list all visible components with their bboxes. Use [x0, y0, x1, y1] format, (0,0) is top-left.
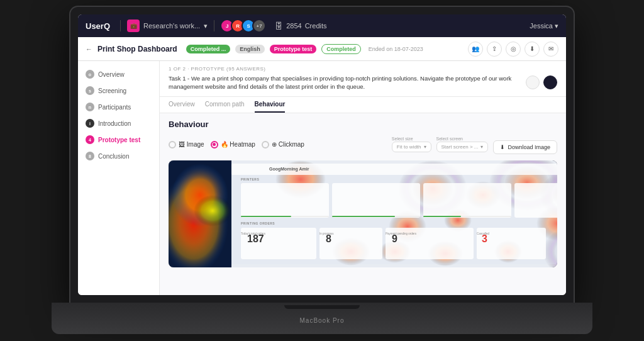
- sidebar-item-screening[interactable]: s Screening: [78, 82, 159, 99]
- credits-icon: 🗄: [275, 21, 283, 31]
- download-icon: ⬇: [500, 144, 505, 150]
- svg-text:In progress: In progress: [319, 232, 334, 235]
- radio-heatmap[interactable]: 🔥 Heatmap: [211, 141, 255, 148]
- screen-bezel: UserQ 💼 Research's work... ▾ J R S +7 🗄 …: [70, 7, 574, 303]
- radio-label-image: 🖼 Image: [179, 141, 204, 148]
- sidebar-label-conclusion: Conclusion: [98, 153, 129, 160]
- svg-rect-32: [423, 183, 511, 218]
- sidebar-dot-screening: s: [86, 86, 94, 95]
- nav-divider-2: [214, 20, 214, 31]
- sidebar-item-prototype[interactable]: 4 Prototype test: [78, 131, 159, 148]
- back-button[interactable]: ←: [86, 45, 92, 53]
- behaviour-section: Behaviour 🖼 Image: [160, 113, 566, 295]
- user-menu[interactable]: Jessica ▾: [530, 22, 558, 30]
- sidebar-item-introduction[interactable]: i Introduction: [78, 115, 159, 131]
- radio-label-heatmap: 🔥 Heatmap: [221, 141, 255, 148]
- workspace-selector[interactable]: 💼 Research's work... ▾: [127, 20, 208, 32]
- user-chevron: ▾: [555, 22, 558, 30]
- sidebar-item-participants[interactable]: n Participants: [78, 99, 159, 115]
- task-circle-buttons: [526, 75, 557, 89]
- screen-select-value: Start screen > ...: [441, 144, 479, 150]
- svg-text:Payment pending orders: Payment pending orders: [386, 232, 417, 235]
- laptop-frame: UserQ 💼 Research's work... ▾ J R S +7 🗄 …: [52, 7, 592, 334]
- controls-row: 🖼 Image 🔥 Heatmap: [169, 135, 557, 154]
- action-buttons: 👥 ⇪ ◎ ⬇ ✉: [468, 42, 558, 57]
- download-label: Download Image: [508, 144, 550, 150]
- radio-circle-image: [169, 141, 176, 148]
- size-select[interactable]: Fit to width ▾: [392, 142, 431, 152]
- share-users-button[interactable]: 👥: [468, 42, 483, 57]
- radio-image[interactable]: 🖼 Image: [169, 141, 204, 148]
- radio-inner-heatmap: [213, 143, 216, 146]
- share-button[interactable]: ⇪: [487, 42, 502, 57]
- ended-text: Ended on 18-07-2023: [369, 46, 423, 52]
- svg-text:GoogMorning Amir: GoogMorning Amir: [269, 167, 309, 172]
- controls-right: Select size Fit to width ▾ Select screen: [392, 135, 557, 154]
- avatar-extra[interactable]: +7: [252, 19, 266, 33]
- prev-task-button[interactable]: [526, 75, 540, 89]
- sidebar-dot-prototype: 4: [86, 135, 94, 144]
- nav-divider: [120, 20, 121, 31]
- sidebar-label-prototype: Prototype test: [98, 137, 140, 143]
- svg-point-4: [194, 195, 231, 226]
- page-title: Print Shop Dashboard: [97, 45, 177, 53]
- behaviour-title: Behaviour: [169, 120, 557, 129]
- heatmap-container: GoogMorning Amir PRINTERS PRINTING ORDER…: [169, 160, 557, 267]
- screen-select-label: Select screen: [436, 137, 489, 141]
- screen-select[interactable]: Start screen > ... ▾: [436, 142, 489, 152]
- sub-nav: ← Print Shop Dashboard Completed ... Eng…: [78, 37, 566, 61]
- sidebar-item-overview[interactable]: o Overview: [78, 66, 159, 82]
- workspace-name: Research's work...: [143, 22, 200, 30]
- message-button[interactable]: ✉: [543, 42, 558, 57]
- tab-common-path[interactable]: Common path: [205, 97, 245, 113]
- workspace-icon: 💼: [127, 20, 140, 32]
- radio-clickmap[interactable]: ⊕ Clickmap: [262, 141, 304, 148]
- badge-prototype: Prototype test: [270, 45, 317, 53]
- laptop-brand-label: MacBook Pro: [299, 317, 344, 324]
- size-select-group: Select size Fit to width ▾: [392, 137, 431, 152]
- badge-status: Completed: [321, 44, 361, 54]
- sidebar-dot-participants: n: [86, 103, 94, 111]
- laptop-bottom: MacBook Pro: [52, 303, 592, 334]
- app-logo: UserQ: [86, 21, 110, 31]
- radio-label-clickmap: ⊕ Clickmap: [272, 141, 304, 148]
- task-meta: 1 OF 2 · PROTOTYPE (95 ANSWERS): [169, 66, 557, 72]
- svg-text:PRINTING ORDERS: PRINTING ORDERS: [241, 221, 275, 225]
- sidebar: o Overview s Screening n Participants i …: [78, 61, 160, 295]
- badge-english: English: [235, 45, 265, 53]
- svg-rect-33: [514, 183, 557, 218]
- task-meta-prefix: 1 OF 2 · PROTOTYPE: [169, 66, 225, 72]
- heatmap-svg: GoogMorning Amir PRINTERS PRINTING ORDER…: [169, 160, 557, 267]
- tabs-bar: Overview Common path Behaviour: [160, 97, 566, 113]
- credits-amount: 2854: [286, 22, 301, 30]
- sidebar-item-conclusion[interactable]: 8 Conclusion: [78, 148, 159, 164]
- sidebar-label-screening: Screening: [98, 87, 126, 94]
- user-name: Jessica: [530, 22, 553, 30]
- screen: UserQ 💼 Research's work... ▾ J R S +7 🗄 …: [78, 14, 566, 295]
- size-select-label: Select size: [392, 137, 431, 141]
- task-description: Task 1 - We are a print shop company tha…: [169, 74, 519, 91]
- svg-rect-50: [332, 216, 395, 217]
- svg-rect-52: [423, 216, 461, 217]
- content-area: 1 OF 2 · PROTOTYPE (95 ANSWERS) Task 1 -…: [160, 61, 566, 295]
- screen-chevron: ▾: [480, 144, 483, 150]
- sidebar-label-introduction: Introduction: [98, 120, 131, 127]
- workspace-chevron: ▾: [204, 22, 208, 30]
- tab-overview[interactable]: Overview: [169, 97, 195, 113]
- next-task-button[interactable]: [543, 75, 557, 89]
- svg-text:Today's total orders: Today's total orders: [241, 232, 266, 235]
- svg-rect-48: [241, 216, 291, 217]
- svg-rect-31: [332, 183, 420, 218]
- task-description-row: Task 1 - We are a print shop company tha…: [169, 74, 557, 91]
- size-select-value: Fit to width: [397, 144, 421, 150]
- main-layout: o Overview s Screening n Participants i …: [78, 61, 566, 295]
- svg-text:Cancelled: Cancelled: [477, 232, 490, 235]
- tab-behaviour[interactable]: Behaviour: [255, 97, 286, 113]
- download-image-button[interactable]: ⬇ Download Image: [493, 140, 557, 154]
- size-chevron: ▾: [424, 144, 426, 150]
- record-button[interactable]: ◎: [506, 42, 521, 57]
- badge-completed: Completed ...: [186, 45, 231, 53]
- svg-text:PRINTERS: PRINTERS: [241, 177, 259, 181]
- view-type-selector: 🖼 Image 🔥 Heatmap: [169, 141, 304, 148]
- download-button[interactable]: ⬇: [525, 42, 540, 57]
